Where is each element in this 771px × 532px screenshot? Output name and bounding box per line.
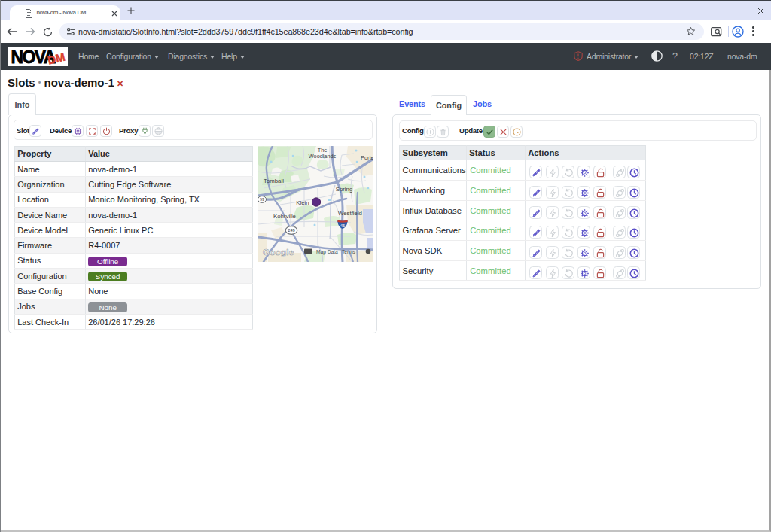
svg-text:Spring: Spring bbox=[336, 185, 353, 192]
svg-text:Woodlands: Woodlands bbox=[309, 153, 337, 160]
svg-text:Tomball: Tomball bbox=[264, 178, 284, 184]
svg-text:Westfield: Westfield bbox=[338, 210, 362, 217]
svg-text:249: 249 bbox=[288, 228, 295, 233]
svg-text:Porter: Porter bbox=[361, 154, 373, 161]
svg-text:Google: Google bbox=[263, 248, 294, 257]
svg-text:Klein: Klein bbox=[296, 199, 309, 205]
svg-text:Terms: Terms bbox=[342, 249, 356, 254]
svg-text:45: 45 bbox=[340, 223, 345, 228]
svg-text:99: 99 bbox=[260, 197, 264, 202]
svg-text:Kohrville: Kohrville bbox=[273, 213, 296, 220]
svg-text:Map Data: Map Data bbox=[316, 249, 338, 255]
